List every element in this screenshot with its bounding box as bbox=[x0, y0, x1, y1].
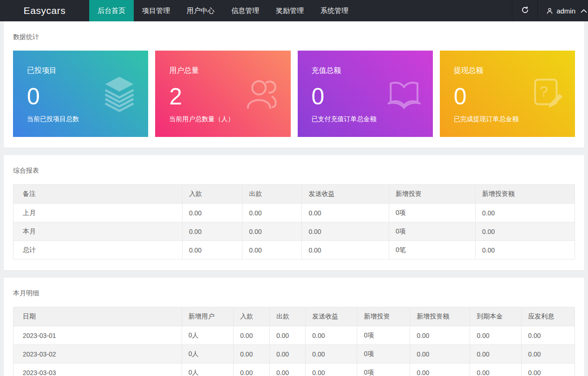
table-cell: 0人 bbox=[182, 363, 233, 376]
table-row: 2023-03-020人0.000.000.000项0.000.000.00 bbox=[13, 345, 575, 363]
table-cell: 0笔 bbox=[389, 241, 475, 259]
column-header: 新增投资 bbox=[389, 185, 475, 204]
table-cell: 0人 bbox=[182, 326, 233, 345]
column-header: 新增投资额 bbox=[475, 185, 575, 204]
stat-card-withdraw: 提现总额 0 已完成提现订单总金额 ? bbox=[440, 51, 575, 137]
open-book-icon bbox=[385, 74, 423, 113]
table-cell: 0.00 bbox=[470, 326, 522, 345]
column-header: 备注 bbox=[13, 185, 183, 204]
username-label: admin bbox=[556, 7, 575, 15]
table-cell: 0.00 bbox=[475, 241, 575, 259]
table-cell: 0.00 bbox=[182, 204, 242, 222]
nav-item-users[interactable]: 用户中心 bbox=[178, 0, 223, 21]
refresh-button[interactable] bbox=[512, 0, 538, 21]
table-cell: 0.00 bbox=[242, 222, 302, 241]
nav-item-rewards[interactable]: 奖励管理 bbox=[268, 0, 312, 21]
table-cell: 0.00 bbox=[242, 204, 302, 222]
month-detail-table: 日期新增用户入款出款发送收益新增投资新增投资额到期本金应发利息2023-03-0… bbox=[13, 307, 575, 376]
top-navbar: Easycars 后台首页 项目管理 用户中心 信息管理 奖励管理 系统管理 bbox=[0, 0, 588, 21]
table-cell: 0.00 bbox=[302, 241, 389, 259]
nav-item-information[interactable]: 信息管理 bbox=[223, 0, 268, 21]
table-cell: 0.00 bbox=[182, 241, 242, 259]
brand-logo: Easycars bbox=[0, 0, 89, 21]
stat-card-projects: 已投项目 0 当前已投项目总数 bbox=[13, 51, 148, 137]
stat-card-description: 当前已投项目总数 bbox=[27, 115, 134, 123]
detail-section-title: 本月明细 bbox=[13, 289, 575, 298]
document-question-pencil-icon: ? bbox=[528, 74, 565, 113]
month-detail-panel: 本月明细 日期新增用户入款出款发送收益新增投资新增投资额到期本金应发利息2023… bbox=[4, 278, 584, 376]
table-cell: 0.00 bbox=[269, 363, 305, 376]
table-header-row: 日期新增用户入款出款发送收益新增投资新增投资额到期本金应发利息 bbox=[13, 307, 575, 326]
table-row: 上月0.000.000.000项0.00 bbox=[13, 204, 575, 222]
table-cell: 2023-03-03 bbox=[13, 363, 182, 376]
table-cell: 0.00 bbox=[470, 345, 522, 363]
nav-item-dashboard[interactable]: 后台首页 bbox=[89, 0, 134, 21]
summary-report-panel: 综合报表 备注入款出款发送收益新增投资新增投资额上月0.000.000.000项… bbox=[4, 155, 584, 270]
user-icon bbox=[546, 7, 553, 14]
table-cell: 总计 bbox=[13, 241, 183, 259]
users-icon bbox=[243, 74, 281, 113]
table-cell: 0.00 bbox=[242, 241, 302, 259]
table-cell: 0人 bbox=[182, 345, 233, 363]
column-header: 入款 bbox=[233, 307, 269, 326]
table-header-row: 备注入款出款发送收益新增投资新增投资额 bbox=[13, 185, 575, 204]
table-cell: 0项 bbox=[357, 363, 410, 376]
table-cell: 0.00 bbox=[475, 222, 575, 241]
navbar-right: admin bbox=[512, 0, 588, 21]
table-cell: 0.00 bbox=[269, 326, 305, 345]
table-cell: 本月 bbox=[13, 222, 183, 241]
table-cell: 0.00 bbox=[522, 345, 575, 363]
table-cell: 0.00 bbox=[522, 326, 575, 345]
nav-item-projects[interactable]: 项目管理 bbox=[134, 0, 178, 21]
table-row: 总计0.000.000.000笔0.00 bbox=[13, 241, 575, 259]
table-cell: 0.00 bbox=[475, 204, 575, 222]
table-cell: 0.00 bbox=[306, 363, 357, 376]
user-menu[interactable]: admin bbox=[538, 0, 588, 21]
table-cell: 0.00 bbox=[302, 204, 389, 222]
table-cell: 0项 bbox=[389, 222, 475, 241]
table-cell: 0.00 bbox=[306, 345, 357, 363]
column-header: 入款 bbox=[182, 185, 242, 204]
stat-card-users: 用户总量 2 当前用户总数量（人） bbox=[155, 51, 290, 137]
svg-text:?: ? bbox=[540, 83, 548, 100]
main-menu: 后台首页 项目管理 用户中心 信息管理 奖励管理 系统管理 bbox=[89, 0, 357, 21]
stat-card-recharge: 充值总额 0 已支付充值订单总金额 bbox=[298, 51, 433, 137]
table-cell: 0项 bbox=[357, 326, 410, 345]
column-header: 新增投资 bbox=[357, 307, 410, 326]
refresh-icon bbox=[521, 6, 529, 16]
table-cell: 0.00 bbox=[182, 222, 242, 241]
table-row: 2023-03-030人0.000.000.000项0.000.000.00 bbox=[13, 363, 575, 376]
column-header: 新增用户 bbox=[182, 307, 233, 326]
table-cell: 0项 bbox=[389, 204, 475, 222]
table-cell: 0.00 bbox=[410, 326, 470, 345]
table-cell: 2023-03-02 bbox=[13, 345, 182, 363]
table-cell: 0.00 bbox=[522, 363, 575, 376]
table-cell: 0.00 bbox=[233, 345, 269, 363]
table-cell: 0.00 bbox=[233, 363, 269, 376]
table-cell: 0.00 bbox=[410, 363, 470, 376]
stat-cards: 已投项目 0 当前已投项目总数 用户总量 2 当前用户总数量（人） bbox=[13, 51, 575, 137]
table-row: 本月0.000.000.000项0.00 bbox=[13, 222, 575, 241]
column-header: 新增投资额 bbox=[410, 307, 470, 326]
column-header: 到期本金 bbox=[470, 307, 522, 326]
table-cell: 0项 bbox=[357, 345, 410, 363]
stats-panel: 数据统计 已投项目 0 当前已投项目总数 用户总量 2 当前用户总数量（人） bbox=[4, 21, 584, 148]
stat-card-description: 已完成提现订单总金额 bbox=[454, 115, 561, 123]
table-cell: 上月 bbox=[13, 204, 183, 222]
table-cell: 2023-03-01 bbox=[13, 326, 182, 345]
column-header: 发送收益 bbox=[302, 185, 389, 204]
table-cell: 0.00 bbox=[470, 363, 522, 376]
stat-card-description: 当前用户总数量（人） bbox=[169, 115, 276, 123]
table-row: 2023-03-010人0.000.000.000项0.000.000.00 bbox=[13, 326, 575, 345]
table-cell: 0.00 bbox=[233, 326, 269, 345]
chevron-up-icon bbox=[581, 9, 587, 13]
layers-icon bbox=[101, 74, 138, 113]
table-cell: 0.00 bbox=[306, 326, 357, 345]
stat-card-description: 已支付充值订单总金额 bbox=[312, 115, 419, 123]
stats-section-title: 数据统计 bbox=[13, 33, 575, 41]
table-cell: 0.00 bbox=[410, 345, 470, 363]
nav-item-system[interactable]: 系统管理 bbox=[312, 0, 357, 21]
column-header: 出款 bbox=[269, 307, 305, 326]
column-header: 发送收益 bbox=[306, 307, 357, 326]
table-cell: 0.00 bbox=[302, 222, 389, 241]
